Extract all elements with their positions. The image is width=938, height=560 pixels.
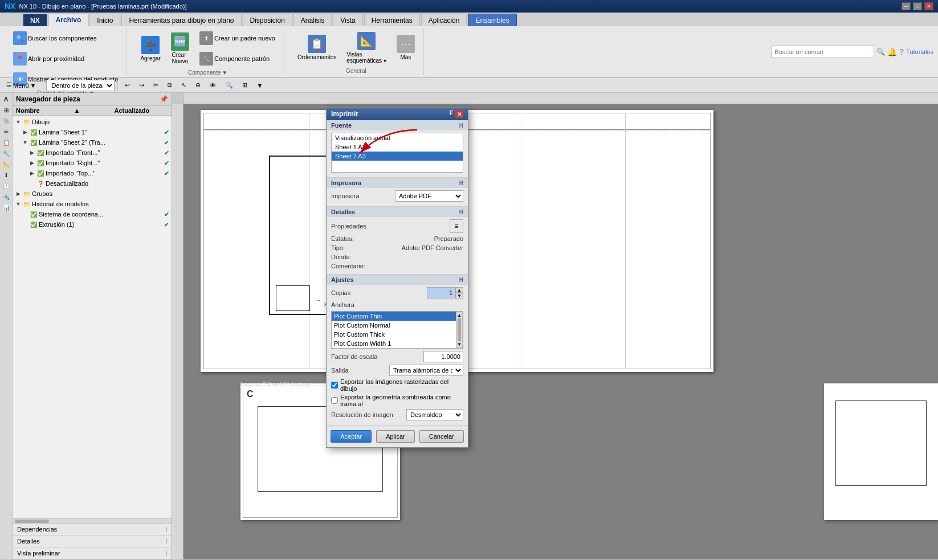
resolution-select[interactable]: Desmoldeo	[406, 409, 463, 420]
menu-button[interactable]: ☰ Menú ▼	[2, 80, 40, 91]
source-item-visualizacion[interactable]: Visualización actual	[332, 133, 463, 142]
left-btn-9[interactable]: 🔩	[1, 191, 11, 202]
tab-nx[interactable]: NX	[23, 14, 47, 26]
left-btn-4[interactable]: 📋	[1, 137, 11, 148]
anchor-item-width1[interactable]: Plot Custom Width 1	[332, 339, 456, 348]
nav-section-dependencias[interactable]: Dependencias I	[13, 524, 172, 536]
close-button[interactable]: ✕	[924, 2, 933, 10]
nav-section-vista-preliminar[interactable]: Vista preliminar I	[13, 547, 172, 559]
copies-input[interactable]	[427, 287, 455, 299]
anchor-scrollbar[interactable]: ▲ ▼	[456, 312, 463, 348]
tab-ensambles[interactable]: Ensambles	[468, 14, 516, 26]
tree-item-right[interactable]: ▶ ✅ Importado "Right..." ✔	[14, 158, 170, 168]
export-raster-checkbox[interactable]	[331, 382, 338, 389]
tab-herramientas[interactable]: Herramientas	[364, 14, 420, 26]
tutorials-link[interactable]: Tutoriales	[906, 48, 933, 55]
nav-scroll-thumb[interactable]	[15, 520, 49, 523]
nav-section-detalles[interactable]: Detalles I	[13, 536, 172, 547]
left-btn-8[interactable]: 🕐	[1, 181, 11, 191]
output-select[interactable]: Trama alámbrica de c...	[389, 365, 463, 376]
export-geometry-checkbox[interactable]	[331, 397, 338, 404]
apply-button[interactable]: Aplicar	[376, 430, 415, 443]
scale-input[interactable]	[423, 351, 463, 362]
ribbon-group-general: 📋 Ordenamientos 📐 Vistasesquemáticas ▾ ⋯…	[289, 28, 424, 75]
tab-inicio[interactable]: Inicio	[89, 14, 120, 26]
bell-icon: 🔔	[887, 47, 897, 56]
tab-aplicacion[interactable]: Aplicación	[421, 14, 467, 26]
left-btn-3[interactable]: ✏	[1, 126, 11, 137]
anchor-item-thin[interactable]: Plot Custom Thin	[332, 312, 456, 321]
anchor-item-normal[interactable]: Plot Custom Normal	[332, 321, 456, 330]
tree-item-sheet2[interactable]: ▼ ✅ Lámina "Sheet 2" (Tra... ✔	[14, 137, 170, 148]
check-right: ✔	[162, 159, 170, 167]
navigator-cols: Nombre ▲ Actualizado	[13, 106, 172, 116]
tree-item-dibujo[interactable]: ▼ 📁 Dibujo	[14, 117, 170, 127]
tab-herramientas-dibujo[interactable]: Herramientas para dibujo en plano	[121, 14, 241, 26]
left-btn-1[interactable]: ⊞	[1, 105, 11, 115]
btn-agregar[interactable]: ➕ Agregar	[136, 33, 165, 64]
tree-item-extrusion[interactable]: ▶ ✅ Extrusión (1) ✔	[14, 219, 170, 230]
left-btn-5[interactable]: 🔧	[1, 148, 11, 158]
toolbar-undo[interactable]: ↩	[121, 80, 134, 91]
tree-item-grupos[interactable]: ▶ 📁 Grupos	[14, 189, 170, 199]
navigator-pin-icon[interactable]: 📌	[160, 95, 168, 103]
accept-button[interactable]: Aceptar	[331, 430, 372, 443]
toolbar-grid[interactable]: ⊞	[238, 80, 251, 91]
tree-item-desactualizado[interactable]: ▶ ❓ Desactualizado	[14, 178, 170, 189]
toolbar-zoom[interactable]: 🔍	[221, 80, 237, 91]
tree-item-historial[interactable]: ▼ 📁 Historial de modelos	[14, 199, 170, 209]
toolbar-cut[interactable]: ✂	[149, 80, 162, 91]
dialog-close-button[interactable]: ✕	[455, 110, 463, 118]
tree-item-sheet1[interactable]: ▶ ✅ Lámina "Sheet 1" ✔	[14, 127, 170, 137]
minimize-button[interactable]: ─	[902, 2, 911, 10]
sheet3-box	[835, 400, 927, 486]
toolbar-select[interactable]: ↖	[177, 80, 190, 91]
tab-vista[interactable]: Vista	[333, 14, 362, 26]
left-btn-10[interactable]: 📊	[1, 202, 11, 212]
tab-archivo[interactable]: Archivo	[48, 14, 89, 26]
anchor-items: Plot Custom Thin Plot Custom Normal Plot…	[332, 312, 456, 348]
search-input[interactable]	[772, 46, 874, 58]
btn-ordenamientos[interactable]: 📋 Ordenamientos	[293, 32, 340, 63]
maximize-button[interactable]: □	[913, 2, 922, 10]
context-combo[interactable]: Dentro de la pieza	[46, 80, 115, 91]
ruler-horizontal: 2 3 4 5	[172, 93, 938, 104]
btn-componente-patron[interactable]: 🔧 Componente patrón	[195, 49, 279, 68]
btn-vistas-esquematicas[interactable]: 📐 Vistasesquemáticas ▾	[342, 29, 390, 67]
anchor-scroll-down[interactable]: ▼	[457, 342, 462, 347]
tab-analisis[interactable]: Análisis	[293, 14, 332, 26]
anchor-scroll-up[interactable]: ▲	[457, 313, 462, 318]
tree-item-front[interactable]: ▶ ✅ Importado "Front..." ✔	[14, 148, 170, 158]
left-btn-6[interactable]: 📐	[1, 159, 11, 169]
copies-row: Copias ▲ ▼	[331, 287, 463, 299]
left-btn-2[interactable]: 📎	[1, 116, 11, 126]
btn-mas[interactable]: ⋯ Más	[393, 32, 419, 63]
spinner-up[interactable]: ▲	[455, 287, 463, 293]
col-updated: Actualizado	[114, 107, 149, 114]
source-item-sheet1[interactable]: Sheet 1 A3	[332, 142, 463, 152]
cancel-button[interactable]: Cancelar	[419, 430, 464, 443]
status-row: Estatus: Preparado	[331, 235, 463, 242]
anchor-item-thick[interactable]: Plot Custom Thick	[332, 330, 456, 339]
toolbar-view[interactable]: 👁	[206, 80, 220, 91]
tab-disposicion[interactable]: Disposición	[243, 14, 292, 26]
toolbar-more-1[interactable]: ▼	[252, 80, 267, 91]
left-btn-a[interactable]: A	[1, 94, 11, 104]
dialog-pin-btn[interactable]: F	[450, 110, 453, 118]
btn-abrir-proximidad[interactable]: 📍 Abrir por proximidad	[9, 49, 122, 68]
tree-item-coordenadas[interactable]: ▶ ✅ Sistema de coordena... ✔	[14, 209, 170, 219]
printer-select[interactable]: Adobe PDF	[395, 190, 463, 202]
left-btn-7[interactable]: ℹ	[1, 170, 11, 180]
properties-button[interactable]: ≡	[450, 219, 463, 233]
source-item-sheet2[interactable]: Sheet 2 A3	[332, 152, 463, 161]
btn-crear-padre[interactable]: ⬆ Crear un padre nuevo	[195, 28, 279, 48]
toolbar-snap[interactable]: ⊕	[191, 80, 205, 91]
spinner-down[interactable]: ▼	[455, 293, 463, 299]
dialog-section-source: Fuente H Visualización actual Sheet 1 A3…	[327, 120, 468, 178]
nav-scrollbar[interactable]	[13, 518, 172, 523]
btn-buscar-componentes[interactable]: 🔍 Buscar los componentes	[9, 28, 122, 48]
toolbar-copy[interactable]: ⧉	[164, 80, 176, 91]
toolbar-redo[interactable]: ↪	[135, 80, 148, 91]
btn-crear-nuevo[interactable]: 🆕 CrearNuevo	[167, 30, 193, 67]
tree-item-top[interactable]: ▶ ✅ Importado "Top..." ✔	[14, 168, 170, 178]
